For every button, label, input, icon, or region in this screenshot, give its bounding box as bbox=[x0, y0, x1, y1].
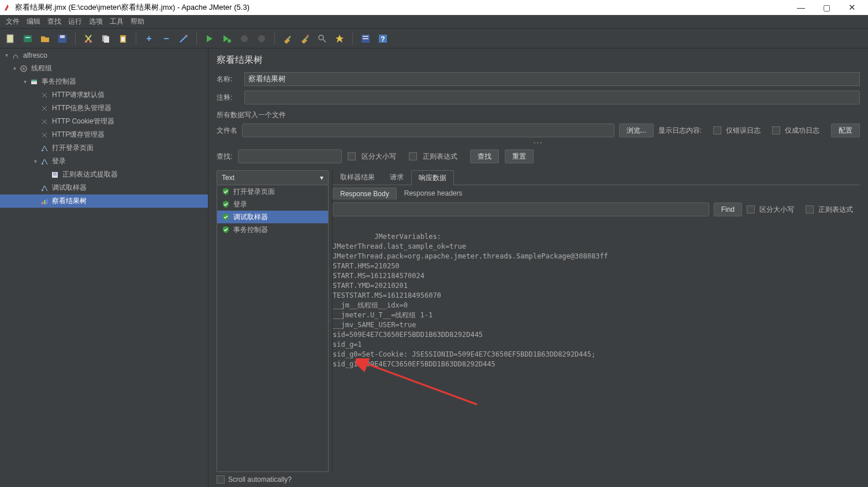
tree-label: HTTP请求默认值 bbox=[52, 90, 105, 100]
clear-all-icon[interactable] bbox=[298, 32, 312, 46]
result-list[interactable]: 打开登录页面 登录 调试取样器 事务控制器 bbox=[217, 185, 329, 472]
svg-point-14 bbox=[307, 35, 309, 37]
tab-response-data[interactable]: 响应数据 bbox=[411, 170, 454, 185]
find-button[interactable]: Find bbox=[714, 203, 742, 216]
templates-icon[interactable] bbox=[21, 32, 35, 46]
save-icon[interactable] bbox=[55, 32, 69, 46]
response-body-text[interactable]: JMeterVariables: JMeterThread.last_sampl… bbox=[333, 220, 860, 472]
test-plan-tree[interactable]: ▾alfresco ▾线程组 ▾事务控制器 HTTP请求默认值 HTTP信息头管… bbox=[0, 48, 208, 487]
result-tabs: 取样器结果 请求 响应数据 bbox=[333, 170, 860, 185]
tab-sampler-result[interactable]: 取样器结果 bbox=[333, 170, 382, 185]
menubar: 文件 编辑 查找 运行 选项 工具 帮助 bbox=[0, 15, 868, 29]
svg-point-11 bbox=[228, 39, 231, 43]
result-item[interactable]: 打开登录页面 bbox=[217, 185, 328, 198]
success-shield-icon bbox=[222, 213, 230, 221]
find-input[interactable] bbox=[333, 203, 709, 216]
open-icon[interactable] bbox=[38, 32, 52, 46]
minimize-button[interactable]: — bbox=[788, 0, 814, 15]
menu-tools[interactable]: 工具 bbox=[106, 17, 127, 27]
tree-view-results-tree[interactable]: 察看结果树 bbox=[0, 194, 208, 208]
subtab-response-headers[interactable]: Response headers bbox=[397, 187, 470, 200]
tree-http-cookie-mgr[interactable]: HTTP Cookie管理器 bbox=[0, 115, 208, 128]
svg-rect-8 bbox=[104, 36, 109, 43]
stop-icon[interactable] bbox=[237, 32, 251, 46]
result-item[interactable]: 事务控制器 bbox=[217, 223, 328, 236]
comment-input[interactable] bbox=[244, 91, 860, 104]
shutdown-icon[interactable] bbox=[255, 32, 269, 46]
clear-icon[interactable] bbox=[281, 32, 295, 46]
scroll-auto-checkbox[interactable] bbox=[217, 475, 225, 484]
browse-button[interactable]: 浏览... bbox=[619, 123, 654, 137]
tab-request[interactable]: 请求 bbox=[382, 170, 411, 185]
search-input[interactable] bbox=[238, 149, 342, 163]
case-label: 区分大小写 bbox=[362, 152, 396, 162]
menu-options[interactable]: 选项 bbox=[85, 17, 106, 27]
filename-input[interactable] bbox=[242, 123, 614, 137]
expand-icon[interactable]: + bbox=[142, 32, 156, 46]
svg-rect-29 bbox=[42, 202, 43, 204]
tree-thread-group[interactable]: ▾线程组 bbox=[0, 62, 208, 75]
reset-button[interactable]: 重置 bbox=[505, 149, 534, 163]
search-button[interactable]: 查找 bbox=[470, 149, 499, 163]
renderer-select[interactable]: Text ▾ bbox=[217, 170, 329, 185]
svg-point-25 bbox=[42, 150, 43, 151]
tree-test-plan[interactable]: ▾alfresco bbox=[0, 48, 208, 62]
tree-login[interactable]: ▾登录 bbox=[0, 155, 208, 168]
tree-label: 察看结果树 bbox=[52, 196, 87, 206]
cut-icon[interactable] bbox=[81, 32, 95, 46]
start-no-timers-icon[interactable] bbox=[220, 32, 234, 46]
tree-debug-sampler[interactable]: 调试取样器 bbox=[0, 181, 208, 194]
svg-rect-0 bbox=[7, 35, 13, 43]
paste-icon[interactable] bbox=[116, 32, 130, 46]
close-button[interactable]: ✕ bbox=[839, 0, 865, 15]
function-helper-icon[interactable] bbox=[359, 32, 372, 46]
result-label: 登录 bbox=[233, 200, 247, 209]
menu-file[interactable]: 文件 bbox=[2, 17, 23, 27]
maximize-button[interactable]: ▢ bbox=[814, 0, 839, 15]
chevron-down-icon: ▾ bbox=[320, 174, 323, 182]
start-icon[interactable] bbox=[203, 32, 217, 46]
menu-edit[interactable]: 编辑 bbox=[23, 17, 44, 27]
collapse-icon[interactable]: − bbox=[159, 32, 173, 46]
svg-rect-4 bbox=[60, 35, 65, 38]
tree-open-login-page[interactable]: 打开登录页面 bbox=[0, 141, 208, 155]
tree-label: HTTP缓存管理器 bbox=[52, 130, 105, 140]
tree-http-cache-mgr[interactable]: HTTP缓存管理器 bbox=[0, 128, 208, 141]
svg-rect-17 bbox=[363, 36, 368, 37]
tree-transaction-controller[interactable]: ▾事务控制器 bbox=[0, 75, 208, 88]
success-shield-icon bbox=[222, 226, 230, 234]
window-title: 察看结果树.jmx (E:\code\jmeter\察看结果树.jmx) - A… bbox=[15, 2, 788, 13]
result-label: 打开登录页面 bbox=[233, 187, 275, 197]
svg-text:?: ? bbox=[381, 35, 385, 43]
tree-label: 登录 bbox=[52, 156, 66, 166]
tree-label: 调试取样器 bbox=[52, 183, 87, 193]
help-icon[interactable]: ? bbox=[376, 32, 390, 46]
regex-checkbox[interactable] bbox=[409, 152, 417, 160]
tree-http-defaults[interactable]: HTTP请求默认值 bbox=[0, 88, 208, 102]
svg-point-28 bbox=[42, 190, 43, 191]
name-input[interactable] bbox=[244, 72, 860, 86]
subtab-response-body[interactable]: Response Body bbox=[333, 188, 397, 200]
find-regex-checkbox[interactable] bbox=[806, 205, 814, 213]
only-success-checkbox[interactable] bbox=[772, 126, 780, 134]
new-icon[interactable] bbox=[3, 32, 17, 46]
toggle-icon[interactable] bbox=[177, 32, 191, 46]
menu-search[interactable]: 查找 bbox=[44, 17, 65, 27]
tree-http-header-mgr[interactable]: HTTP信息头管理器 bbox=[0, 102, 208, 115]
splitter-horizontal[interactable]: ••• bbox=[208, 140, 868, 146]
tree-label: alfresco bbox=[23, 51, 47, 59]
svg-rect-2 bbox=[25, 37, 30, 38]
find-case-checkbox[interactable] bbox=[747, 205, 755, 213]
case-checkbox[interactable] bbox=[348, 152, 356, 160]
search-tree-icon[interactable] bbox=[315, 32, 329, 46]
only-error-checkbox[interactable] bbox=[713, 126, 721, 134]
menu-help[interactable]: 帮助 bbox=[127, 17, 148, 27]
menu-run[interactable]: 运行 bbox=[65, 17, 85, 27]
result-item[interactable]: 登录 bbox=[217, 198, 328, 211]
tree-regex-extractor[interactable]: 正则表达式提取器 bbox=[0, 168, 208, 181]
configure-button[interactable]: 配置 bbox=[831, 123, 860, 137]
svg-rect-31 bbox=[46, 199, 48, 204]
result-item-selected[interactable]: 调试取样器 bbox=[217, 211, 328, 223]
reset-search-icon[interactable] bbox=[333, 32, 347, 46]
copy-icon[interactable] bbox=[99, 32, 113, 46]
